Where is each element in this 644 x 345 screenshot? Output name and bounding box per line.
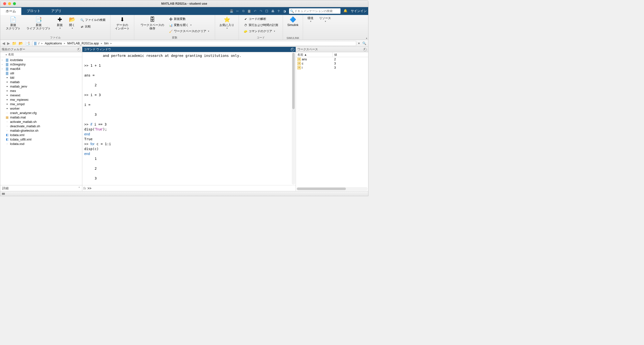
compare-button[interactable]: ⇄比較	[79, 24, 106, 29]
print-icon[interactable]: 🖶	[270, 8, 275, 14]
new-button[interactable]: ✚ 新規	[55, 16, 65, 31]
find-files-button[interactable]: 🔍ファイルの検索	[79, 18, 106, 23]
folder-detail-bar[interactable]: 詳細 ˄	[0, 185, 82, 191]
import-data-button[interactable]: ⬇ データの インポート	[113, 16, 132, 31]
folder-item[interactable]: matlab.mat	[0, 115, 82, 119]
workspace-list: ⊞ans2⊞c3⊞i3	[296, 57, 368, 187]
folder-column-header[interactable]: ▪ 名前	[0, 52, 82, 57]
analyze-code-button[interactable]: ✔コードの解析	[243, 17, 279, 22]
expand-caret-icon[interactable]: ›	[2, 59, 4, 61]
folder-item[interactable]: mex	[0, 89, 82, 93]
ws-panel-menu-icon[interactable]	[363, 48, 367, 51]
signin-link[interactable]: サインイン	[351, 9, 367, 13]
folder-item[interactable]: mw_smpd	[0, 102, 82, 106]
collapse-ribbon-icon[interactable]: ▴	[366, 37, 367, 39]
tab-apps[interactable]: アプリ	[46, 7, 67, 15]
cmd-scrollbar[interactable]	[292, 53, 295, 185]
folder-item[interactable]: lcdata.xml	[0, 133, 82, 137]
switch-windows-icon[interactable]: ☐	[264, 8, 270, 14]
command-prompt-line[interactable]: fx >>	[82, 185, 296, 191]
nav-back-icon[interactable]: ◀	[2, 41, 6, 46]
folder-panel-menu-icon[interactable]	[77, 48, 80, 51]
help-icon[interactable]: ?	[276, 8, 281, 14]
folder-item[interactable]: crash_analyzer.cfg	[0, 111, 82, 115]
workspace-variable[interactable]: ⊞i3	[296, 66, 368, 70]
crumb-root[interactable]: /	[38, 42, 40, 45]
notification-icon[interactable]: 🔔	[344, 9, 348, 13]
minimize-icon[interactable]	[8, 2, 11, 5]
save-icon[interactable]: 💾	[229, 8, 234, 14]
folder-item[interactable]: worker	[0, 106, 82, 111]
maximize-icon[interactable]	[13, 2, 16, 5]
folder-item[interactable]: util	[0, 71, 82, 75]
resources-button[interactable]: リソース	[317, 16, 333, 23]
command-window-output[interactable]: and perform academic research at degree …	[82, 52, 296, 185]
clear-cmd-icon: 🧽	[244, 30, 248, 33]
folder-item[interactable]: lcdata_utf8.xml	[0, 137, 82, 142]
clear-workspace-button[interactable]: 🧹ワークスペースのクリア	[168, 29, 211, 34]
cmd-scroll-thumb[interactable]	[292, 53, 295, 109]
ws-hscrollbar[interactable]	[296, 187, 368, 191]
cut-icon[interactable]: ✂	[235, 8, 240, 14]
clear-commands-button[interactable]: 🧽コマンドのクリア	[243, 29, 279, 34]
folder-item[interactable]: mw_mpiexec	[0, 97, 82, 102]
path-search-icon[interactable]: 🔍	[362, 42, 367, 45]
cmd-panel-menu-icon[interactable]	[291, 48, 294, 51]
nav-up-icon[interactable]: 📁	[12, 41, 17, 46]
workspace-columns[interactable]: 名前 ▲ 値	[296, 52, 368, 57]
expand-caret-icon[interactable]: ›	[2, 63, 4, 66]
folder-item[interactable]: ›icutzdata	[0, 58, 82, 62]
path-dropdown-icon[interactable]: ▾	[357, 42, 361, 45]
simulink-button[interactable]: 🔷 Simulink	[286, 16, 300, 27]
open-variable-button[interactable]: 📊変数を開く	[168, 23, 211, 28]
tab-home[interactable]: ホーム	[0, 7, 21, 15]
crumb-1[interactable]: Applications	[44, 42, 63, 45]
folder-item[interactable]: ldd	[0, 75, 82, 80]
workspace-variable[interactable]: ⊞ans2	[296, 57, 368, 61]
ws-col-value[interactable]: 値	[333, 52, 338, 57]
undo-icon[interactable]: ↶	[252, 8, 258, 14]
doc-search[interactable]: 🔍	[289, 8, 340, 14]
folder-item[interactable]: mexext	[0, 93, 82, 97]
folder-item[interactable]: deactivate_matlab.sh	[0, 124, 82, 128]
environment-button[interactable]: 環境	[306, 16, 315, 23]
path-field[interactable]: ▇ /▸ Applications▸ MATLAB_R2021a.app▸ bi…	[32, 41, 356, 46]
crumb-3[interactable]: bin	[103, 42, 110, 45]
ws-hscroll-thumb[interactable]	[297, 188, 346, 190]
run-time-button[interactable]: ⏱実行および時間の計測	[243, 23, 279, 28]
file-name: lcdata.xsd	[10, 142, 24, 146]
open-button[interactable]: 📂 開く	[67, 16, 77, 31]
folder-item[interactable]: matlab_jenv	[0, 84, 82, 89]
workspace-variable[interactable]: ⊞c3	[296, 61, 368, 66]
paste-icon[interactable]: 📋	[246, 8, 252, 14]
nav-browse-icon[interactable]: 📂	[18, 41, 24, 46]
folder-item[interactable]: lcdata.xsd	[0, 142, 82, 146]
expand-caret-icon[interactable]: ›	[2, 68, 4, 70]
redo-icon[interactable]: ↷	[258, 8, 264, 14]
fx-icon[interactable]: fx	[83, 186, 86, 190]
crumb-2[interactable]: MATLAB_R2021a.app	[66, 42, 100, 45]
current-folder-header: 現在のフォルダー	[0, 47, 82, 52]
variable-value: 3	[333, 66, 336, 69]
nav-forward-icon[interactable]: ▶	[6, 41, 10, 46]
save-workspace-button[interactable]: 🗄 ワークスペースの 保存	[139, 16, 166, 34]
variable-value: 3	[333, 62, 336, 65]
new-live-script-button[interactable]: 📑 新規 ライブ スクリプト	[24, 16, 53, 31]
tab-plot[interactable]: プロット	[21, 7, 46, 15]
folder-item[interactable]: ›m3iregistry	[0, 62, 82, 67]
nav-bookmark-icon[interactable]: 📑	[25, 41, 30, 46]
folder-item[interactable]: activate_matlab.sh	[0, 119, 82, 124]
new-variable-button[interactable]: ➕新規変数	[168, 17, 211, 22]
close-icon[interactable]	[3, 2, 6, 5]
chevron-up-icon[interactable]: ˄	[78, 186, 80, 190]
folder-item[interactable]: matlab	[0, 80, 82, 84]
addon-icon[interactable]: ◑	[282, 8, 287, 14]
folder-item[interactable]: matlab-glselector.sh	[0, 128, 82, 133]
favorites-button[interactable]: ⭐ お気に入り	[218, 16, 236, 30]
save-ws-icon: 🗄	[149, 17, 156, 23]
ws-col-name[interactable]: 名前 ▲	[296, 52, 333, 57]
doc-search-input[interactable]	[294, 9, 340, 13]
copy-icon[interactable]: ⧉	[240, 8, 246, 14]
folder-item[interactable]: ›maci64	[0, 67, 82, 71]
new-script-button[interactable]: 📄 新規 スクリプト	[4, 16, 22, 31]
